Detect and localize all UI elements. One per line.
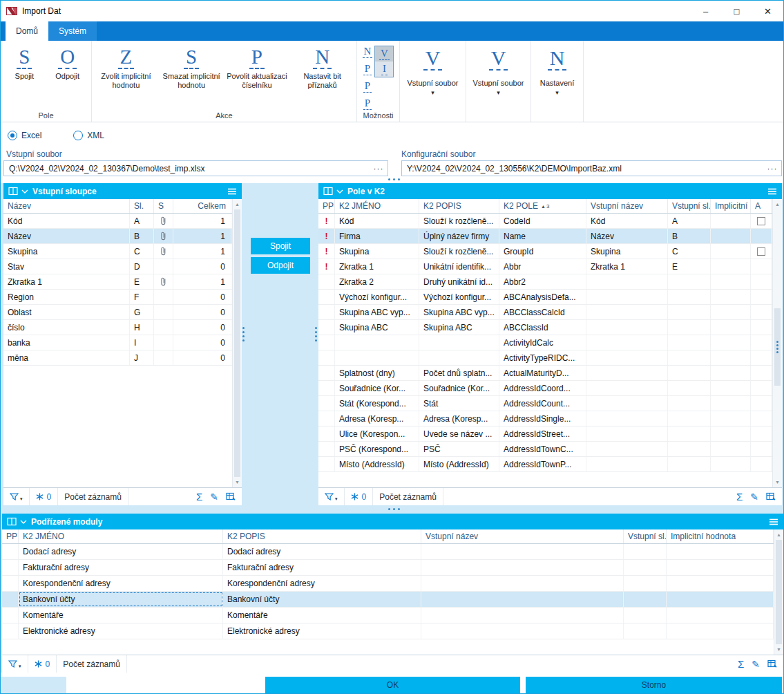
col-a[interactable]: A [751, 199, 772, 213]
k2-field-row[interactable]: ActivityTypeRIDC... [318, 350, 782, 366]
submodule-row[interactable]: KomentářeKomentáře [2, 608, 783, 623]
odpojit-button[interactable]: O Odpojit [47, 45, 88, 111]
col-implicitni-hodnota[interactable]: Implicitní hodnota [667, 529, 774, 543]
scroll-up-icon[interactable]: ▲ [774, 530, 783, 539]
k2-field-row[interactable]: Stát (Korespond...StátAddressIdCount... [318, 396, 782, 411]
moznosti-n-button[interactable]: N [363, 46, 373, 58]
scroll-thumb[interactable] [234, 209, 240, 477]
input-file-field[interactable]: Q:\V2024_02\V2024_02_130367\Demo\test_im… [3, 160, 388, 176]
filter-button[interactable]: ▾ [2, 655, 28, 673]
sum-icon[interactable]: Σ [738, 658, 744, 670]
col-implicitni[interactable]: Implicitní l [711, 199, 751, 213]
panel-menu-icon[interactable] [769, 518, 778, 525]
scroll-down-icon[interactable]: ▼ [773, 478, 782, 487]
panel-menu-icon[interactable] [767, 188, 777, 195]
input-column-row[interactable]: OblastG0 [3, 305, 242, 320]
input-column-row[interactable]: Zkratka 1E1 [3, 274, 242, 290]
sum-icon[interactable]: Σ [196, 491, 202, 503]
input-file-browse-button[interactable]: ··· [370, 164, 388, 174]
ok-button[interactable]: OK [265, 677, 520, 693]
col-vstupni-sl[interactable]: Vstupní sl. [624, 529, 667, 543]
scroll-thumb[interactable] [776, 540, 782, 644]
k2-field-row[interactable]: !SkupinaSlouží k rozčleně...GroupIdSkupi… [318, 244, 782, 259]
k2-field-row[interactable]: Místo (AddressId)Místo (AddressId)Addres… [318, 457, 782, 472]
input-column-row[interactable]: bankaI0 [3, 335, 242, 350]
tab-domu[interactable]: Domů [6, 21, 48, 41]
minimize-button[interactable]: – [690, 1, 721, 21]
scroll-up-icon[interactable]: ▲ [233, 200, 242, 209]
col-k2-popis[interactable]: K2 POPIS [419, 199, 499, 213]
k2-field-row[interactable]: Adresa (Koresp...Adresa (Koresp...Addres… [318, 411, 782, 426]
input-column-row[interactable]: RegionF0 [3, 290, 242, 305]
table-settings-icon[interactable] [766, 492, 776, 501]
table-settings-icon[interactable] [767, 659, 777, 668]
k2-field-row[interactable]: ActivityIdCalc [318, 335, 782, 350]
freeze-count-button[interactable]: 0 [28, 655, 57, 673]
col-k2-popis[interactable]: K2 POPIS [223, 529, 421, 543]
nastavit-bit-button[interactable]: N Nastavit bit příznaků [289, 45, 355, 111]
moznosti-p1-button[interactable]: P [363, 63, 372, 75]
moznosti-p3-button[interactable]: P [363, 97, 372, 110]
storno-button[interactable]: Storno [526, 677, 782, 693]
right-splitter-grip[interactable] [315, 327, 317, 341]
chevron-down-icon[interactable] [336, 189, 343, 194]
k2-field-row[interactable]: Souřadnice (Kor...Souřadnice (Kor...Addr… [318, 381, 782, 396]
k2-field-row[interactable]: Splatnost (dny)Počet dnů splatn...Actual… [318, 366, 782, 381]
col-vstupni-sl[interactable]: Vstupní sl. [668, 199, 711, 213]
maximize-button[interactable]: □ [721, 1, 752, 21]
scroll-down-icon[interactable]: ▼ [774, 645, 783, 654]
submodule-row[interactable]: Korespondenční adresyKorespondenční adre… [2, 576, 783, 592]
moznosti-i-button[interactable]: I [375, 62, 393, 77]
k2-field-row[interactable]: Ulice (Korespon...Uvede se název ...Addr… [318, 426, 782, 442]
k2-field-row[interactable]: !FirmaÚplný název firmyNameNázevB [318, 229, 782, 244]
col-nazev[interactable]: Název [3, 199, 130, 213]
col-vstupni-nazev[interactable]: Vstupní název [421, 529, 624, 543]
input-column-row[interactable]: NázevB1 [3, 229, 242, 244]
input-column-row[interactable]: měnaJ0 [3, 350, 242, 366]
top-splitter-grip[interactable] [388, 178, 400, 180]
panel-menu-icon[interactable] [227, 188, 237, 195]
edit-pencil-icon[interactable]: ✎ [210, 491, 218, 503]
col-vstupni-nazev[interactable]: Vstupní název [586, 199, 668, 213]
k2-field-row[interactable]: Skupina ABCSkupina ABCABCClassId [318, 320, 782, 335]
submodule-row[interactable]: Elektronické adresyElektronické adresy [2, 623, 783, 639]
zvolit-implicitni-button[interactable]: Z Zvolit implicitní hodnotu [93, 45, 159, 111]
radio-excel[interactable]: Excel [8, 131, 41, 140]
k2-field-row[interactable]: Zkratka 2Druhý unikátní id...Abbr2 [318, 274, 782, 290]
edit-pencil-icon[interactable]: ✎ [750, 491, 758, 503]
left-splitter-grip[interactable] [242, 327, 245, 341]
povolit-aktualizaci-button[interactable]: P Povolit aktualizaci číselníku [224, 45, 290, 111]
chevron-down-icon[interactable] [21, 189, 28, 194]
col-k2-jmeno[interactable]: K2 JMÉNO [335, 199, 419, 213]
edit-pencil-icon[interactable]: ✎ [752, 659, 760, 670]
vstupni-soubor-button-1[interactable]: V Vstupní soubor ▾ [400, 41, 466, 122]
smazat-implicitni-button[interactable]: S Smazat implicitní hodnotu [159, 45, 224, 111]
k2-field-row[interactable]: !KódSlouží k rozčleně...CodeIdKódA [318, 214, 782, 229]
spojit-link-button[interactable]: Spojit [251, 238, 310, 254]
scroll-thumb[interactable] [774, 308, 781, 386]
k2-field-row[interactable]: PSČ (Korespond...PSČAddressIdTownC... [318, 442, 782, 457]
table-settings-icon[interactable] [226, 492, 236, 501]
col-k2-pole[interactable]: K2 POLE ▲ 3 [499, 199, 586, 213]
nastaveni-button[interactable]: N Nastavení ▾ [531, 41, 584, 122]
col-s[interactable]: S [154, 199, 173, 213]
input-column-row[interactable]: čísloH0 [3, 320, 242, 335]
input-columns-scrollbar[interactable]: ▲ ▼ [232, 199, 242, 487]
k2-field-row[interactable]: !Zkratka 1Unikátní identifik...AbbrZkrat… [318, 259, 782, 274]
moznosti-v-button[interactable]: V [375, 46, 393, 62]
spojit-button[interactable]: S Spojit [3, 45, 45, 111]
input-column-row[interactable]: KódA1 [3, 214, 242, 229]
submodules-scrollbar[interactable]: ▲ ▼ [774, 529, 783, 655]
col-sl[interactable]: Sl. [130, 199, 154, 213]
radio-xml[interactable]: XML [73, 131, 104, 140]
sum-icon[interactable]: Σ [736, 491, 743, 503]
moznosti-p2-button[interactable]: P [363, 80, 372, 93]
odpojit-link-button[interactable]: Odpojit [251, 257, 310, 274]
freeze-count-button[interactable]: 0 [30, 488, 59, 505]
filter-button[interactable]: ▾ [3, 488, 30, 505]
submodule-row[interactable]: Dodací adresyDodací adresy [2, 544, 783, 560]
col-pp[interactable]: PP [318, 199, 335, 213]
vstupni-soubor-button-2[interactable]: V Vstupní soubor ▾ [466, 41, 531, 122]
submodule-row[interactable]: Fakturační adresyFakturační adresy [2, 560, 783, 576]
scroll-down-icon[interactable]: ▼ [233, 478, 242, 487]
